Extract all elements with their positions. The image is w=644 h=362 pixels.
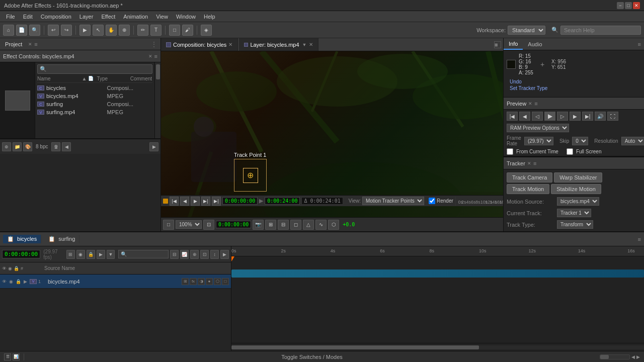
track-camera-button[interactable]: Track Camera <box>507 172 552 183</box>
scrollbar-thumb[interactable] <box>156 64 160 79</box>
layer-lock-icon[interactable]: 🔒 <box>16 279 21 284</box>
file-row-surfing[interactable]: C surfing Composi... <box>37 100 152 108</box>
prev-audio-button[interactable]: 🔊 <box>595 112 606 121</box>
grid-button[interactable]: ⊞ <box>265 220 276 230</box>
tool-puppet[interactable]: ◈ <box>201 25 212 36</box>
timeline-options[interactable]: ≡ <box>638 236 641 242</box>
mask-button[interactable]: ◻ <box>290 220 301 230</box>
layer-sw-3[interactable]: ◑ <box>198 278 205 285</box>
ram-preview-select[interactable]: RAM Preview Options <box>507 124 569 132</box>
undo-action[interactable]: Undo <box>510 79 638 84</box>
prev-step-fwd-button[interactable]: ▷ <box>557 112 568 121</box>
tl-options-button[interactable]: ⊕ <box>190 250 199 259</box>
maximize-button[interactable]: □ <box>625 2 632 9</box>
prev-nav-button[interactable]: ◀ <box>62 142 71 151</box>
full-screen-checkbox[interactable] <box>567 148 573 155</box>
fit-button[interactable]: ⊡ <box>203 220 214 230</box>
tool-zoom[interactable]: ⊕ <box>119 25 130 36</box>
tool-shape[interactable]: □ <box>169 25 180 36</box>
close-button[interactable]: ✕ <box>633 2 640 9</box>
file-row-bicycles[interactable]: C bicycles Composi... <box>37 84 152 92</box>
timeline-tab-surfing[interactable]: 📋 surfing <box>44 235 79 243</box>
prev-fullscreen-button[interactable]: ⛶ <box>607 112 618 121</box>
project-tab-x[interactable]: ✕ <box>28 42 32 47</box>
zoom-slider[interactable] <box>600 354 630 359</box>
track-box-outer[interactable]: ⊕ <box>234 159 267 192</box>
set-tracker-action[interactable]: Set Tracker Type <box>510 85 638 91</box>
resolution-select[interactable]: Auto <box>621 137 644 145</box>
preview-tab-close[interactable]: ✕ <box>528 101 532 106</box>
delete-button[interactable]: 🗑 <box>51 142 60 151</box>
layer-tab-close[interactable]: ✕ <box>309 42 313 47</box>
3d-button[interactable]: ⬡ <box>328 220 339 230</box>
scrollbar-thumb-h[interactable] <box>231 345 479 349</box>
track-box-inner[interactable]: ⊕ <box>243 168 258 183</box>
shape-button[interactable]: △ <box>303 220 314 230</box>
file-row-bicycles-mp4[interactable]: V bicycles.mp4 MPEG <box>37 92 152 100</box>
view-select[interactable]: Motion Tracker Points <box>362 197 424 205</box>
timeline-tab-bicycles[interactable]: 📋 bicycles <box>3 235 41 243</box>
menu-layer[interactable]: Layer <box>75 13 98 21</box>
duration-display[interactable]: 0:00:24:00 <box>265 197 300 205</box>
project-tab[interactable]: Project <box>3 41 24 47</box>
toggle-switches-label[interactable]: Toggle Switches / Modes <box>28 354 596 360</box>
tl-settings-button[interactable]: ⊡ <box>200 250 209 259</box>
col-settings-button[interactable]: ⊟ <box>170 250 179 259</box>
camera-button[interactable]: 📷 <box>253 220 264 230</box>
panel-resize-grip[interactable]: ⋮ <box>150 40 157 48</box>
prev-last-button[interactable]: ▶| <box>582 112 593 121</box>
frame-rate-select[interactable]: (29.97) <box>524 137 553 145</box>
menu-help[interactable]: Help <box>200 13 219 21</box>
preview-panel-options[interactable]: ≡ <box>534 101 537 107</box>
layer-expand-icon[interactable]: ▶ <box>24 279 27 284</box>
menu-window[interactable]: Window <box>172 13 200 21</box>
current-time-display[interactable]: 0:00:00:00 <box>222 197 258 205</box>
redo-button[interactable]: ↪ <box>61 25 72 36</box>
comp-toggle-button[interactable]: □ <box>163 220 174 230</box>
effect-controls-close[interactable]: ✕ <box>148 54 152 59</box>
solo-button[interactable]: ◉ <box>76 250 85 259</box>
project-search-input[interactable] <box>48 66 150 72</box>
search-button[interactable]: 🔍 <box>29 25 40 36</box>
go-end-button[interactable]: ▶| <box>212 197 221 206</box>
tracker-options[interactable]: ≡ <box>533 160 536 166</box>
next-nav-button[interactable]: ▶ <box>149 142 158 151</box>
tl-more-button[interactable]: ↕ <box>210 250 219 259</box>
menu-composition[interactable]: Composition <box>37 13 75 21</box>
menu-file[interactable]: File <box>2 13 19 21</box>
render-button[interactable]: ▶ <box>79 25 91 36</box>
info-tab[interactable]: Info <box>504 38 523 50</box>
new-folder-button[interactable]: 📁 <box>13 142 22 151</box>
new-button[interactable]: 📄 <box>16 25 27 36</box>
info-panel-options[interactable]: ≡ <box>638 41 641 47</box>
comp-tab-bicycles[interactable]: Composition: bicycles ✕ <box>161 38 238 51</box>
render-checkbox[interactable] <box>429 198 435 204</box>
track-motion-button[interactable]: Track Motion <box>507 184 549 194</box>
project-scrollbar[interactable] <box>154 62 160 138</box>
scrollbar-track[interactable] <box>231 345 644 349</box>
motion-button[interactable]: ∿ <box>315 220 327 230</box>
layer-eye-icon[interactable]: 👁 <box>2 279 7 284</box>
tool-pen[interactable]: ✏ <box>137 25 148 36</box>
layer-mode-button[interactable]: ⊞ <box>66 250 75 259</box>
skip-select[interactable]: 0 <box>572 137 588 145</box>
track-point[interactable]: Track Point 1 ⊕ <box>234 152 267 192</box>
current-track-select[interactable]: Tracker 1 <box>557 209 591 217</box>
menu-animation[interactable]: Animation <box>119 13 152 21</box>
prev-step-back-button[interactable]: ◁ <box>532 112 543 121</box>
search-help-input[interactable]: Search Help <box>560 26 641 35</box>
next-frame-button[interactable]: ▶| <box>201 197 210 206</box>
prev-frame-button[interactable]: ◀ <box>180 197 189 206</box>
layer-solo-icon[interactable]: ◉ <box>9 279 13 284</box>
layer-row-bicycles[interactable]: 👁 ◉ 🔒 ▶ V 1 bicycles.mp4 ⊞ fx ◑ ● ⬡ □ <box>0 275 231 289</box>
tool-hand[interactable]: ✋ <box>106 25 117 36</box>
menu-effect[interactable]: Effect <box>97 13 119 21</box>
stabilize-motion-button[interactable]: Stabilize Motion <box>551 184 601 194</box>
tl-end-button[interactable]: ▶ <box>220 250 229 259</box>
layer-sw-1[interactable]: ⊞ <box>182 278 189 285</box>
undo-button[interactable]: ↩ <box>48 25 59 36</box>
comp-tab-layer[interactable]: Layer: bicycles.mp4 ▼ ✕ <box>239 38 318 51</box>
panel-options-icon[interactable]: ≡ <box>34 41 37 47</box>
workspace-select[interactable]: Standard <box>508 26 545 35</box>
layer-sw-6[interactable]: □ <box>222 278 229 285</box>
